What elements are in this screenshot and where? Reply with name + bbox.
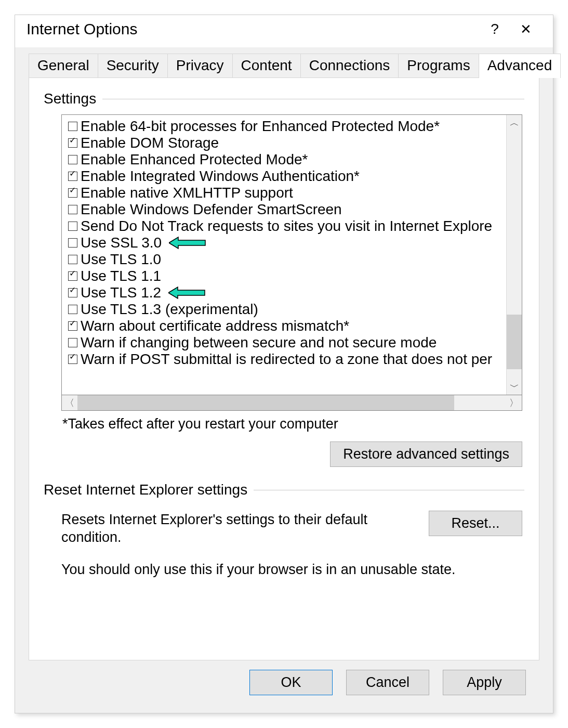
tab-advanced[interactable]: Advanced: [479, 54, 561, 78]
checkbox-icon[interactable]: [68, 155, 77, 164]
settings-option[interactable]: Use TLS 1.0: [64, 251, 506, 268]
scroll-left-icon[interactable]: 〈: [62, 395, 77, 410]
reset-group-header: Reset Internet Explorer settings: [44, 482, 524, 498]
checkbox-icon[interactable]: [68, 271, 77, 281]
scroll-track[interactable]: [507, 131, 522, 379]
tab-privacy[interactable]: Privacy: [167, 54, 233, 78]
close-icon: ✕: [520, 21, 532, 37]
restart-note: *Takes effect after you restart your com…: [62, 416, 524, 432]
settings-group-header: Settings: [44, 90, 524, 107]
option-label: Enable native XMLHTTP support: [81, 185, 293, 201]
option-label: Enable Integrated Windows Authentication…: [81, 168, 360, 185]
option-label: Warn if POST submittal is redirected to …: [81, 351, 492, 368]
checkbox-icon[interactable]: [68, 338, 77, 347]
checkbox-icon[interactable]: [68, 255, 77, 264]
option-label: Use TLS 1.0: [81, 251, 161, 268]
checkbox-icon[interactable]: [68, 205, 77, 214]
tab-content[interactable]: Content: [232, 54, 301, 78]
option-label: Use TLS 1.3 (experimental): [81, 301, 258, 318]
tab-general[interactable]: General: [29, 54, 98, 78]
scroll-up-icon[interactable]: ︿: [507, 115, 522, 131]
titlebar: Internet Options ? ✕: [15, 15, 553, 47]
reset-description: Resets Internet Explorer's settings to t…: [61, 511, 413, 546]
option-label: Use TLS 1.1: [81, 268, 161, 284]
option-label: Use TLS 1.2: [81, 284, 161, 301]
reset-button[interactable]: Reset...: [429, 511, 522, 536]
settings-listbox[interactable]: Enable 64-bit processes for Enhanced Pro…: [61, 114, 522, 395]
dialog-body: GeneralSecurityPrivacyContentConnections…: [15, 47, 553, 713]
vertical-scrollbar[interactable]: ︿ ﹀: [506, 115, 522, 395]
internet-options-dialog: Internet Options ? ✕ GeneralSecurityPriv…: [15, 15, 553, 713]
svg-marker-0: [169, 237, 205, 249]
settings-option[interactable]: Enable native XMLHTTP support: [64, 185, 506, 201]
checkbox-icon[interactable]: [68, 288, 77, 297]
horizontal-scrollbar[interactable]: 〈 〉: [61, 395, 522, 411]
apply-button[interactable]: Apply: [443, 670, 526, 695]
settings-option[interactable]: Use TLS 1.2: [64, 284, 506, 301]
settings-option[interactable]: Enable 64-bit processes for Enhanced Pro…: [64, 118, 506, 135]
window-title: Internet Options: [27, 20, 479, 38]
checkbox-icon[interactable]: [68, 222, 77, 231]
settings-option[interactable]: Warn if changing between secure and not …: [64, 334, 506, 351]
settings-option[interactable]: Enable DOM Storage: [64, 135, 506, 151]
hscroll-thumb[interactable]: [77, 395, 454, 410]
tab-programs[interactable]: Programs: [398, 54, 479, 78]
reset-group-label: Reset Internet Explorer settings: [44, 482, 254, 498]
settings-option[interactable]: Use SSL 3.0: [64, 235, 506, 251]
settings-option[interactable]: Warn if POST submittal is redirected to …: [64, 351, 506, 368]
reset-warning: You should only use this if your browser…: [61, 562, 524, 578]
settings-option[interactable]: Send Do Not Track requests to sites you …: [64, 218, 506, 235]
settings-list: Enable 64-bit processes for Enhanced Pro…: [62, 115, 506, 395]
tab-connections[interactable]: Connections: [300, 54, 399, 78]
option-label: Enable Windows Defender SmartScreen: [81, 201, 342, 218]
annotation-arrow-icon: [169, 236, 206, 250]
option-label: Use SSL 3.0: [81, 235, 162, 251]
help-button[interactable]: ?: [479, 21, 510, 37]
settings-option[interactable]: Enable Windows Defender SmartScreen: [64, 201, 506, 218]
checkbox-icon[interactable]: [68, 172, 77, 181]
checkbox-icon[interactable]: [68, 321, 77, 331]
restore-advanced-settings-button[interactable]: Restore advanced settings: [330, 441, 522, 467]
option-label: Enable 64-bit processes for Enhanced Pro…: [81, 118, 440, 135]
tab-strip: GeneralSecurityPrivacyContentConnections…: [29, 47, 539, 78]
divider: [254, 490, 524, 490]
tab-pane-advanced: Settings Enable 64-bit processes for Enh…: [29, 77, 539, 660]
option-label: Enable DOM Storage: [81, 135, 219, 151]
scroll-down-icon[interactable]: ﹀: [507, 379, 522, 395]
close-button[interactable]: ✕: [510, 21, 541, 37]
option-label: Warn about certificate address mismatch*: [81, 318, 349, 334]
settings-option[interactable]: Use TLS 1.3 (experimental): [64, 301, 506, 318]
scroll-right-icon[interactable]: 〉: [506, 395, 522, 410]
settings-group-label: Settings: [44, 90, 102, 107]
cancel-button[interactable]: Cancel: [346, 670, 429, 695]
settings-option[interactable]: Enable Integrated Windows Authentication…: [64, 168, 506, 185]
dialog-footer: OK Cancel Apply: [29, 660, 539, 707]
option-label: Send Do Not Track requests to sites you …: [81, 218, 492, 235]
checkbox-icon[interactable]: [68, 122, 77, 131]
checkbox-icon[interactable]: [68, 188, 77, 198]
settings-option[interactable]: Warn about certificate address mismatch*: [64, 318, 506, 334]
tab-security[interactable]: Security: [98, 54, 168, 78]
checkbox-icon[interactable]: [68, 355, 77, 364]
svg-marker-1: [168, 287, 205, 298]
option-label: Warn if changing between secure and not …: [81, 334, 437, 351]
checkbox-icon[interactable]: [68, 238, 77, 248]
ok-button[interactable]: OK: [249, 670, 333, 695]
checkbox-icon[interactable]: [68, 138, 77, 148]
annotation-arrow-icon: [168, 286, 206, 300]
scroll-thumb[interactable]: [507, 315, 522, 369]
settings-option[interactable]: Use TLS 1.1: [64, 268, 506, 284]
option-label: Enable Enhanced Protected Mode*: [81, 151, 308, 168]
divider: [102, 99, 524, 99]
settings-option[interactable]: Enable Enhanced Protected Mode*: [64, 151, 506, 168]
checkbox-icon[interactable]: [68, 305, 77, 314]
